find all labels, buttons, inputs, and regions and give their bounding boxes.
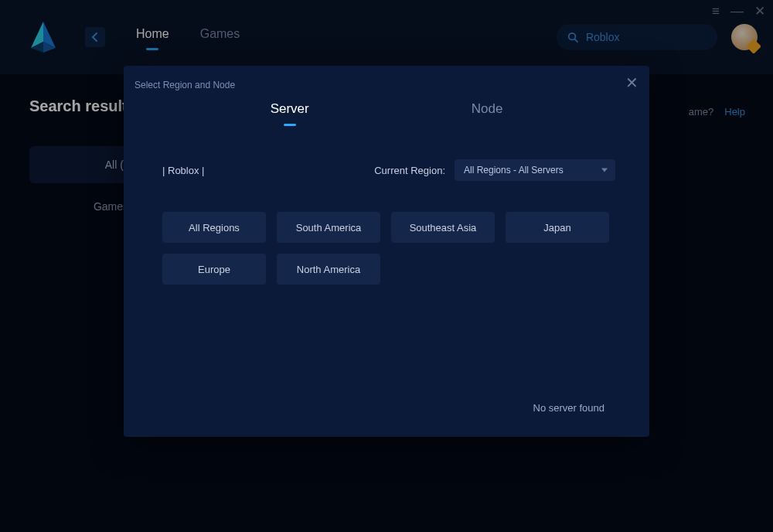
region-btn-japan[interactable]: Japan <box>506 212 609 243</box>
region-btn-southeast-asia[interactable]: Southeast Asia <box>391 212 495 243</box>
region-select[interactable]: All Regions - All Servers <box>455 159 615 181</box>
region-btn-south-america[interactable]: South America <box>277 212 380 243</box>
region-select-value: All Regions - All Servers <box>464 165 564 176</box>
region-modal: ✕ Select Region and Node Server Node | R… <box>124 66 649 437</box>
region-grid: All Regions South America Southeast Asia… <box>162 212 615 285</box>
modal-title: Select Region and Node <box>124 66 649 95</box>
game-label: | Roblox | <box>162 165 204 176</box>
modal-body: | Roblox | Current Region: All Regions -… <box>124 124 649 285</box>
region-btn-all[interactable]: All Regions <box>162 212 266 243</box>
region-select-wrap: Current Region: All Regions - All Server… <box>374 159 615 181</box>
modal-close-button[interactable]: ✕ <box>625 73 638 92</box>
modal-backdrop: ✕ Select Region and Node Server Node | R… <box>0 0 773 532</box>
region-header-row: | Roblox | Current Region: All Regions -… <box>162 159 615 181</box>
region-btn-europe[interactable]: Europe <box>162 254 266 285</box>
modal-tab-server[interactable]: Server <box>271 101 309 124</box>
modal-tabs: Server Node <box>124 101 649 124</box>
current-region-label: Current Region: <box>374 165 445 176</box>
region-btn-north-america[interactable]: North America <box>277 254 380 285</box>
modal-tab-node[interactable]: Node <box>472 101 503 124</box>
no-server-message: No server found <box>533 402 605 414</box>
